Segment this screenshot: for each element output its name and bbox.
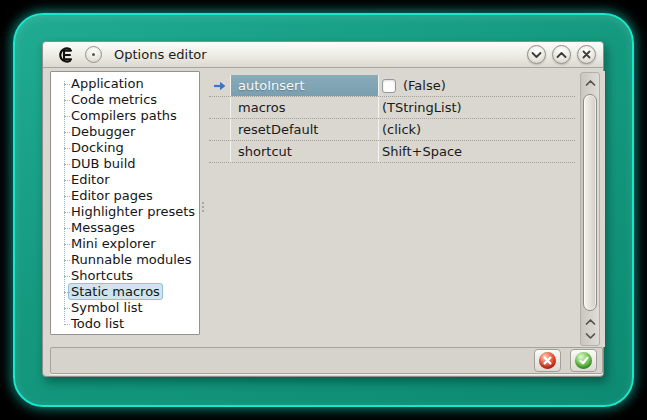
scroll-up-button[interactable] bbox=[581, 76, 599, 90]
property-row-macros[interactable]: macros (TStringList) bbox=[209, 97, 575, 119]
row-marker-gutter bbox=[209, 97, 231, 118]
titlebar[interactable]: Options editor bbox=[43, 42, 603, 68]
property-value[interactable]: (False) bbox=[379, 75, 575, 96]
sidebar-item-todo-list[interactable]: Todo list bbox=[52, 316, 198, 332]
sidebar-item-editor-pages[interactable]: Editor pages bbox=[52, 188, 198, 204]
accept-button[interactable] bbox=[570, 349, 597, 372]
property-value-text: (click) bbox=[382, 122, 421, 137]
sidebar-item-label: Todo list bbox=[71, 316, 124, 331]
scroll-down-button[interactable] bbox=[581, 329, 599, 343]
close-icon bbox=[582, 50, 591, 59]
property-value[interactable]: Shift+Space bbox=[379, 141, 575, 162]
chevron-up-icon bbox=[556, 51, 567, 59]
sidebar-item-label: Debugger bbox=[71, 124, 135, 139]
sidebar-item-docking[interactable]: Docking bbox=[52, 140, 198, 156]
sidebar-item-application[interactable]: Application bbox=[52, 76, 198, 92]
scrollbar-thumb[interactable] bbox=[583, 94, 597, 311]
window-title: Options editor bbox=[114, 47, 207, 62]
category-tree: Application Code metrics Compilers paths… bbox=[50, 71, 200, 335]
sidebar-item-label: DUB build bbox=[71, 156, 136, 171]
menu-dot-button[interactable] bbox=[85, 46, 102, 63]
chevron-down-icon bbox=[531, 51, 542, 59]
sidebar-item-label: Mini explorer bbox=[71, 236, 156, 251]
selected-item-highlight: Static macros bbox=[68, 283, 163, 300]
property-row-shortcut[interactable]: shortcut Shift+Space bbox=[209, 141, 575, 163]
property-name[interactable]: shortcut bbox=[231, 141, 379, 162]
property-grid: autoInsert (False) macros (TStringList) … bbox=[209, 71, 605, 347]
sidebar-item-compilers-paths[interactable]: Compilers paths bbox=[52, 108, 198, 124]
property-value-text: Shift+Space bbox=[382, 144, 462, 159]
sidebar-item-label: Symbol list bbox=[71, 300, 143, 315]
window-frame: Options editor Application Code metrics … bbox=[13, 13, 634, 407]
keep-below-button[interactable] bbox=[527, 45, 546, 64]
property-name[interactable]: resetDefault bbox=[231, 119, 379, 140]
row-marker-gutter bbox=[209, 141, 231, 162]
dot-icon bbox=[92, 53, 95, 56]
sidebar-item-messages[interactable]: Messages bbox=[52, 220, 198, 236]
sidebar-item-shortcuts[interactable]: Shortcuts bbox=[52, 268, 198, 284]
titlebar-buttons bbox=[527, 45, 596, 64]
blue-arrow-icon bbox=[213, 81, 226, 91]
keep-above-button[interactable] bbox=[552, 45, 571, 64]
sidebar-item-label: Runnable modules bbox=[71, 252, 192, 267]
sidebar-item-editor[interactable]: Editor bbox=[52, 172, 198, 188]
property-value[interactable]: (TStringList) bbox=[379, 97, 575, 118]
sidebar-item-label: Messages bbox=[71, 220, 135, 235]
property-name[interactable]: autoInsert bbox=[231, 75, 379, 96]
green-check-icon bbox=[575, 352, 592, 369]
sidebar-item-mini-explorer[interactable]: Mini explorer bbox=[52, 236, 198, 252]
row-marker-gutter bbox=[209, 119, 231, 140]
checkbox-unchecked[interactable] bbox=[382, 79, 396, 93]
sidebar-item-label: Shortcuts bbox=[71, 268, 133, 283]
red-cross-icon bbox=[539, 352, 556, 369]
chevron-down-icon bbox=[585, 332, 596, 340]
sidebar-item-label: Highlighter presets bbox=[71, 204, 195, 219]
sidebar-item-label: Code metrics bbox=[71, 92, 157, 107]
sidebar-item-dub-build[interactable]: DUB build bbox=[52, 156, 198, 172]
sidebar-item-highlighter-presets[interactable]: Highlighter presets bbox=[52, 204, 198, 220]
footer-bar bbox=[50, 347, 603, 374]
property-row-resetdefault[interactable]: resetDefault (click) bbox=[209, 119, 575, 141]
grid-vertical-scrollbar[interactable] bbox=[580, 72, 600, 346]
sidebar-item-label: Docking bbox=[71, 140, 124, 155]
chevron-up-icon bbox=[585, 79, 596, 87]
sidebar-item-label: Application bbox=[71, 76, 144, 91]
close-button[interactable] bbox=[577, 45, 596, 64]
sidebar-item-label: Editor pages bbox=[71, 188, 153, 203]
property-name[interactable]: macros bbox=[231, 97, 379, 118]
row-marker-gutter bbox=[209, 75, 231, 96]
cancel-button[interactable] bbox=[534, 349, 561, 372]
property-value-text: (False) bbox=[403, 78, 446, 93]
chevron-up-icon bbox=[585, 318, 596, 326]
sidebar-item-debugger[interactable]: Debugger bbox=[52, 124, 198, 140]
sidebar-item-label: Compilers paths bbox=[71, 108, 177, 123]
coedit-logo-icon bbox=[56, 46, 74, 64]
sidebar-item-static-macros[interactable]: Static macros bbox=[52, 284, 198, 300]
sidebar-item-symbol-list[interactable]: Symbol list bbox=[52, 300, 198, 316]
sidebar-item-runnable-modules[interactable]: Runnable modules bbox=[52, 252, 198, 268]
sidebar-item-label: Editor bbox=[71, 172, 109, 187]
property-row-autoinsert[interactable]: autoInsert (False) bbox=[209, 75, 575, 97]
sidebar-item-code-metrics[interactable]: Code metrics bbox=[52, 92, 198, 108]
property-value[interactable]: (click) bbox=[379, 119, 575, 140]
panel-splitter[interactable] bbox=[202, 200, 205, 214]
scroll-up-button-bottom[interactable] bbox=[581, 315, 599, 329]
property-value-text: (TStringList) bbox=[382, 100, 462, 115]
options-editor-dialog: Options editor Application Code metrics … bbox=[42, 41, 604, 377]
